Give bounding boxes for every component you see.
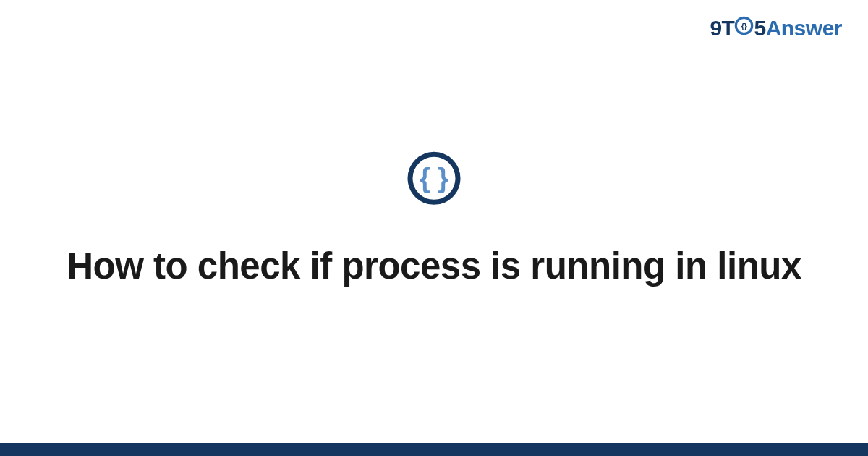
logo-part-5: 5 [754, 16, 765, 40]
svg-text:{ }: { } [420, 163, 448, 193]
main-content: { } How to check if process is running i… [0, 150, 868, 289]
footer-accent-bar [0, 443, 868, 456]
clock-icon: {} [734, 16, 754, 41]
svg-text:{}: {} [741, 22, 748, 30]
page-title: How to check if process is running in li… [54, 244, 814, 289]
logo-part-answer: Answer [766, 16, 842, 40]
code-braces-icon: { } [406, 150, 462, 209]
logo-part-9t: 9T [710, 16, 734, 40]
site-logo: 9T{}5Answer [710, 16, 842, 42]
